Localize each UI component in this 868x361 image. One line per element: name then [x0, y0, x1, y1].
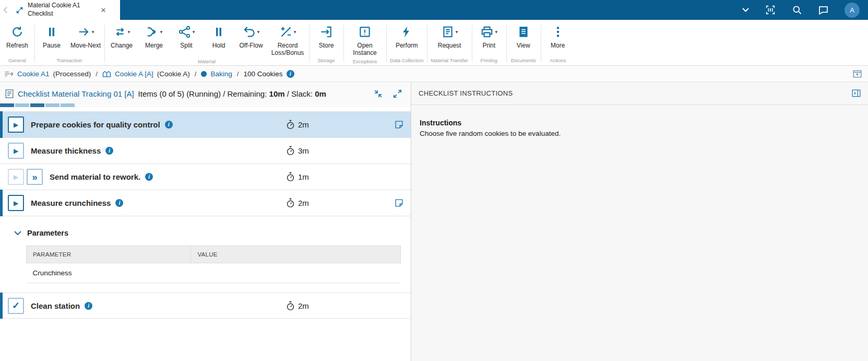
open-instance-icon: [358, 24, 372, 40]
topbar-fill: [120, 0, 742, 20]
note-icon[interactable]: [395, 199, 403, 207]
start-item-button[interactable]: [8, 169, 24, 185]
dropdown-caret-icon: [92, 29, 94, 34]
hold-icon: [212, 24, 225, 40]
print-icon: [480, 24, 497, 40]
view-document-icon: [517, 24, 530, 40]
start-item-button[interactable]: [8, 117, 24, 133]
info-icon[interactable]: [85, 302, 92, 310]
pause-button[interactable]: Pause: [35, 20, 68, 56]
chevron-down-icon[interactable]: [742, 8, 749, 12]
column-header-value: VALUE: [191, 246, 401, 263]
record-loss-bonus-button[interactable]: Record Loss/Bonus: [267, 20, 308, 57]
move-next-button[interactable]: Move-Next: [68, 20, 103, 56]
breadcrumb-separator: /: [236, 70, 240, 78]
detach-tab-icon: [16, 6, 23, 14]
checklist-item-send-to-rework[interactable]: Send material to rework. 1m: [0, 164, 411, 190]
panel-expand-icon[interactable]: [853, 70, 862, 78]
checklist-item-prepare-cookies[interactable]: Prepare cookies for quality control 2m: [0, 112, 411, 138]
item-label: Prepare cookies for quality control: [31, 120, 160, 129]
checklist-title-link[interactable]: Checklist Material Tracking 01 [A]: [18, 89, 134, 98]
instructions-body: Instructions Choose five random cookies …: [411, 105, 868, 151]
search-icon[interactable]: [792, 5, 802, 15]
pause-icon: [45, 24, 58, 40]
parameters-table: PARAMETER VALUE Crunchiness: [26, 246, 401, 283]
main-content: Checklist Material Tracking 01 [A] Items…: [0, 82, 868, 361]
skip-item-button[interactable]: [27, 169, 43, 185]
table-row[interactable]: Crunchiness: [27, 263, 401, 283]
breadcrumb-quantity: 100 Cookies: [243, 70, 282, 78]
ribbon-group-material-transfer: Request Material Transfer: [427, 20, 471, 65]
change-button[interactable]: Change: [105, 20, 138, 57]
print-button[interactable]: Print: [473, 20, 505, 56]
record-loss-bonus-icon: [279, 24, 296, 40]
topbar-actions: A: [742, 0, 868, 20]
breadcrumb-link-product[interactable]: Cookie A [A]: [115, 70, 153, 78]
slack-value: 0m: [315, 89, 326, 98]
barcode-scan-icon[interactable]: [765, 4, 776, 16]
store-button[interactable]: Store: [310, 20, 342, 56]
instructions-title: Instructions: [420, 119, 860, 127]
tab-scroll-left-icon[interactable]: [0, 0, 10, 20]
change-icon: [113, 24, 130, 40]
checklist-item-measure-crunchiness[interactable]: Measure crunchiness 2m: [0, 190, 411, 216]
progress-segment-2: [15, 103, 29, 107]
perform-button[interactable]: Perform: [390, 20, 423, 56]
avatar[interactable]: A: [845, 3, 860, 18]
material-icon: [4, 71, 14, 77]
info-icon[interactable]: [145, 173, 153, 181]
dropdown-caret-icon: [193, 29, 195, 34]
ribbon-group-transaction: Pause Move-Next Transaction: [34, 20, 104, 65]
merge-button[interactable]: Merge: [138, 20, 170, 57]
info-icon[interactable]: [105, 147, 113, 155]
expand-all-icon[interactable]: [393, 89, 402, 99]
play-icon: [14, 122, 18, 128]
checklist-item-clean-station[interactable]: Clean station 2m: [0, 293, 411, 319]
more-button[interactable]: More: [542, 20, 574, 56]
column-header-parameter: PARAMETER: [27, 246, 191, 263]
checklist-panel: Checklist Material Tracking 01 [A] Items…: [0, 82, 411, 361]
instructions-panel-title: CHECKLIST INSTRUCTIONS: [419, 89, 513, 97]
note-icon[interactable]: [395, 120, 403, 129]
stopwatch-icon: [286, 198, 295, 208]
merge-icon: [146, 24, 163, 40]
more-dots-icon: [551, 24, 565, 40]
dropdown-caret-icon: [257, 29, 260, 34]
checklist-item-measure-thickness[interactable]: Measure thickness 3m: [0, 138, 411, 164]
off-flow-button[interactable]: Off-Flow: [235, 20, 267, 57]
checklist-header-band: Checklist Material Tracking 01 [A] Items…: [0, 82, 411, 107]
ribbon-group-data-collection: Perform Data Collection: [386, 20, 427, 65]
checklist-icon: [5, 89, 14, 99]
item-checkbox[interactable]: [8, 298, 24, 314]
progress-segment-4: [45, 103, 60, 107]
close-tab-icon[interactable]: [101, 6, 106, 15]
start-item-button[interactable]: [8, 195, 24, 211]
parameter-value-cell[interactable]: [191, 263, 401, 283]
tab-material-cookie-checklist[interactable]: Material Cookie A1 Checklist: [10, 0, 120, 20]
item-label: Measure thickness: [31, 146, 101, 155]
hold-button[interactable]: Hold: [203, 20, 235, 57]
chat-icon[interactable]: [818, 5, 829, 16]
stopwatch-icon: [286, 120, 295, 130]
open-instance-button[interactable]: Open Instance: [344, 20, 385, 57]
refresh-button[interactable]: Refresh: [1, 20, 33, 56]
item-label: Send material to rework.: [50, 172, 140, 181]
panel-collapse-icon[interactable]: [852, 89, 861, 97]
info-icon[interactable]: [287, 70, 294, 78]
breadcrumb-link-step[interactable]: Baking: [210, 70, 232, 78]
parameters-toggle[interactable]: Parameters: [0, 216, 411, 242]
request-button[interactable]: Request: [433, 20, 466, 56]
info-icon[interactable]: [115, 199, 123, 207]
breadcrumb-link-material[interactable]: Cookie A1: [17, 70, 50, 78]
item-label: Clean station: [31, 301, 80, 310]
parameters-title: Parameters: [27, 229, 68, 237]
split-button[interactable]: Split: [170, 20, 203, 57]
dropdown-caret-icon: [160, 29, 163, 34]
view-button[interactable]: View: [507, 20, 540, 56]
info-icon[interactable]: [165, 121, 173, 129]
collapse-all-icon[interactable]: [373, 89, 383, 99]
ribbon-group-general: Refresh General: [0, 20, 34, 65]
item-duration: 2m: [286, 198, 309, 208]
start-item-button[interactable]: [8, 143, 24, 159]
ribbon-group-documents: View Documents: [506, 20, 541, 65]
